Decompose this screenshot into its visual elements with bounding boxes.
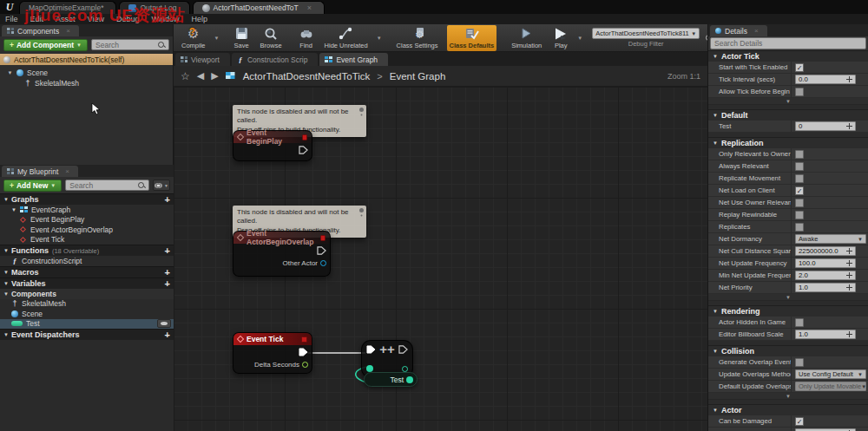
drag-value-icon[interactable]	[846, 272, 852, 278]
browse-button[interactable]: Browse	[258, 25, 285, 51]
net-dormancy-dropdown[interactable]: Awake▼	[795, 234, 866, 244]
exec-output-pin[interactable]	[299, 146, 308, 154]
exec-output-pin[interactable]	[317, 246, 326, 255]
section-header-macros[interactable]: ▼Macros+	[0, 266, 174, 278]
menu-view[interactable]: View	[88, 15, 104, 23]
tab-output-log[interactable]: Output Log	[119, 1, 189, 14]
int-output-pin[interactable]	[402, 366, 408, 372]
close-icon[interactable]: ×	[754, 27, 759, 35]
play-options-chevron-icon[interactable]: ▼	[577, 36, 582, 41]
blueprint-item-event-actorbeginoverlap[interactable]: Event ActorBeginOverlap	[0, 225, 174, 235]
blueprint-item-event-tick[interactable]: Event Tick	[0, 235, 174, 245]
section-header-event-dispatchers[interactable]: ▼Event Dispatchers+	[0, 329, 174, 340]
find-button[interactable]: Find	[297, 25, 316, 51]
details-section-rendering[interactable]: ▼Rendering	[708, 305, 868, 317]
editor-billboard-scale-field[interactable]: 1.0	[795, 330, 856, 339]
visibility-filter-button[interactable]: ▼	[153, 180, 170, 191]
forward-arrow-icon[interactable]: ▶	[211, 70, 218, 82]
replay-rewindable-checkbox[interactable]	[795, 211, 804, 219]
section-header-functions[interactable]: ▼Functions(18 Overridable)+	[0, 245, 174, 256]
drag-value-icon[interactable]	[846, 248, 852, 254]
replicates-checkbox[interactable]	[795, 223, 804, 232]
tab-construction-script[interactable]: ƒ Construction Scrip	[232, 53, 318, 66]
tree-item-skeletalmesh[interactable]: † SkeletalMesh	[0, 78, 173, 88]
breadcrumb-root[interactable]: ActorThatDoesntNeedToTick	[243, 71, 371, 82]
net-priority-field[interactable]: 1.0	[795, 283, 856, 292]
node-event-tick[interactable]: Event Tick Delta Seconds	[233, 332, 312, 374]
hide-unrelated-chevron-icon[interactable]: ▼	[377, 36, 382, 41]
section-expander[interactable]: ▼	[708, 294, 868, 301]
event-graph-canvas[interactable]: This node is disabled and will not be ca…	[174, 87, 707, 431]
only-relevant-to-owner-checkbox[interactable]	[795, 150, 804, 159]
float-output-pin[interactable]	[302, 362, 308, 368]
tab-components[interactable]: Components ×	[2, 25, 79, 36]
start-with-tick-enabled-checkbox[interactable]: ✓	[795, 63, 804, 72]
menu-asset[interactable]: Asset	[56, 15, 76, 23]
tab-my-blueprint[interactable]: My Blueprint ×	[2, 166, 78, 177]
always-relevant-checkbox[interactable]	[795, 162, 804, 171]
net-load-on-client-checkbox[interactable]: ✓	[795, 186, 804, 195]
drag-value-icon[interactable]	[846, 284, 852, 291]
section-header-graphs[interactable]: ▼Graphs+	[0, 193, 174, 205]
close-icon[interactable]: ×	[307, 3, 312, 12]
class-settings-button[interactable]: ⚙ Class Settings	[394, 25, 441, 51]
blueprint-item-event-beginplay[interactable]: Event BeginPlay	[0, 215, 174, 225]
add-macros-button[interactable]: +	[165, 268, 170, 277]
menu-file[interactable]: File	[5, 15, 18, 23]
tab-level[interactable]: MapOptimiseExample*	[19, 1, 116, 14]
can-be-damaged-checkbox[interactable]: ✓	[795, 417, 804, 426]
default-update-overlaps-m-dropdown[interactable]: Only Update Movable▼	[795, 382, 866, 391]
menu-debug[interactable]: Debug	[116, 15, 140, 23]
replicate-movement-checkbox[interactable]	[795, 174, 804, 183]
close-icon[interactable]: ×	[66, 27, 70, 35]
my-blueprint-search-input[interactable]: Search	[65, 180, 149, 191]
drag-value-icon[interactable]	[846, 123, 852, 129]
subsection-header-components[interactable]: ▼Components	[0, 289, 174, 299]
exec-input-pin[interactable]	[366, 345, 376, 354]
int-output-pin[interactable]	[406, 376, 413, 383]
menu-window[interactable]: Window	[151, 15, 179, 23]
blueprint-item-skeletalmesh[interactable]: †SkeletalMesh	[0, 299, 174, 310]
tab-blueprint[interactable]: ActorThatDoesntNeedToT ×	[193, 1, 326, 14]
min-net-update-frequency-field[interactable]: 2.0	[795, 271, 856, 280]
drag-value-icon[interactable]	[846, 76, 852, 82]
generate-overlap-events-d-checkbox[interactable]	[795, 358, 804, 367]
hide-unrelated-button[interactable]: Hide Unrelated	[322, 25, 371, 51]
menu-edit[interactable]: Edit	[30, 15, 44, 23]
play-button[interactable]: Play	[550, 25, 571, 51]
close-icon[interactable]: ×	[65, 167, 69, 175]
add-variables-button[interactable]: +	[165, 279, 170, 288]
details-section-replication[interactable]: ▼Replication	[708, 137, 868, 148]
tab-viewport[interactable]: Viewport	[175, 53, 230, 66]
section-header-variables[interactable]: ▼Variables+	[0, 278, 174, 289]
section-expander[interactable]: ▼	[708, 393, 868, 400]
section-expander[interactable]: ▼	[708, 98, 868, 105]
update-overlaps-method-d-dropdown[interactable]: Use Config Default▼	[795, 369, 866, 379]
exec-output-pin[interactable]	[299, 348, 308, 356]
add-new-button[interactable]: + Add New ▼	[3, 180, 62, 192]
eye-icon[interactable]	[157, 319, 171, 328]
details-section-default[interactable]: ▼Default	[708, 109, 868, 121]
details-section-collision[interactable]: ▼Collision	[708, 345, 868, 356]
tab-event-graph[interactable]: Event Graph	[319, 53, 388, 66]
class-defaults-button[interactable]: Class Defaults	[447, 25, 497, 51]
components-root-row[interactable]: ActorThatDoesntNeedToTick(self)	[0, 54, 173, 65]
back-arrow-icon[interactable]: ◀	[197, 70, 204, 82]
add-event-dispatchers-button[interactable]: +	[165, 330, 170, 339]
blueprint-item-scene[interactable]: Scene	[0, 309, 174, 319]
add-functions-button[interactable]: +	[165, 246, 170, 255]
tick-interval-secs--field[interactable]: 0.0	[795, 75, 856, 84]
tab-details[interactable]: Details ×	[710, 25, 767, 36]
actor-hidden-in-game-checkbox[interactable]	[795, 318, 804, 327]
compile-options-chevron-icon[interactable]: ▼	[214, 36, 220, 41]
details-section-actor-tick[interactable]: ▼Actor Tick	[708, 50, 868, 62]
blueprint-item-test[interactable]: Test	[0, 319, 174, 330]
node-event-beginplay[interactable]: Event BeginPlay	[233, 130, 312, 161]
allow-tick-before-begin-pl-checkbox[interactable]	[795, 88, 804, 96]
test-field[interactable]: 0	[795, 121, 856, 131]
chevron-down-icon[interactable]: ▼	[7, 70, 13, 75]
debug-object-dropdown[interactable]: ActorThatDoesntNeedToTick811 ▼	[592, 28, 700, 39]
favorite-star-icon[interactable]: ☆	[181, 70, 190, 82]
menu-help[interactable]: Help	[191, 15, 207, 23]
components-search-input[interactable]: Search	[91, 39, 169, 50]
